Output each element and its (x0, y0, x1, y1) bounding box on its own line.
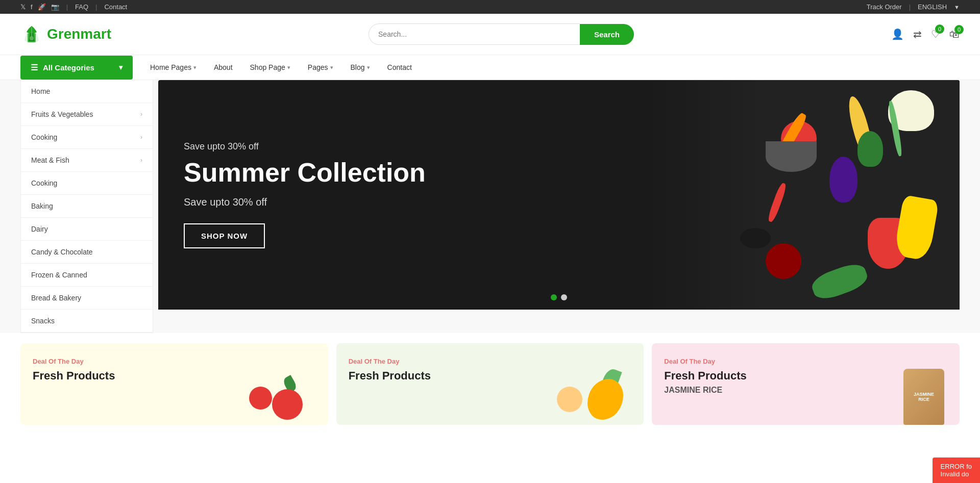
nav-about-label: About (214, 63, 233, 71)
cart-badge: 0 (954, 25, 964, 34)
nav-about[interactable]: About (207, 55, 240, 80)
nav-bar: ☰ All Categories ▾ Home Pages ▾ About Sh… (0, 55, 980, 80)
divider: | (66, 3, 68, 11)
sidebar-item-baking-label: Baking (31, 202, 53, 210)
sidebar-item-cooking1-arrow: › (140, 134, 142, 141)
nav-blog-label: Blog (351, 63, 365, 71)
language-chevron[interactable]: ▼ (954, 4, 960, 10)
sidebar-item-dairy-label: Dairy (31, 225, 48, 233)
deal-1-image (262, 364, 323, 425)
slider-dot-2[interactable] (561, 294, 567, 300)
logo-text-part2: mart (80, 26, 111, 42)
hero-cta-button[interactable]: SHOP NOW (184, 223, 265, 248)
nav-pages[interactable]: Pages ▾ (301, 55, 340, 80)
sidebar-item-frozen-label: Frozen & Canned (31, 271, 87, 279)
hero-content: Save upto 30% off Summer Collection Save… (158, 111, 451, 279)
header-icons: 👤 ⇄ ♡ 0 🛍 0 (891, 28, 960, 40)
rice-bag: JASMINERICE (903, 369, 944, 425)
sidebar-item-bread-label: Bread & Bakery (31, 294, 81, 302)
nav-pages-label: Pages (308, 63, 328, 71)
nav-shop-page-label: Shop Page (250, 63, 285, 71)
sidebar-item-candy[interactable]: Candy & Chocolate (21, 241, 153, 264)
logo-text-part1: Gren (47, 26, 80, 42)
sidebar-item-baking[interactable]: Baking (21, 195, 153, 218)
all-categories-button[interactable]: ☰ All Categories ▾ (20, 56, 133, 80)
social-icons: 𝕏 f 🚀 📷 (20, 3, 59, 11)
nav-contact-label: Contact (387, 63, 412, 71)
sidebar-item-dairy[interactable]: Dairy (21, 218, 153, 241)
rocket-icon[interactable]: 🚀 (38, 3, 46, 11)
hero-title: Summer Collection (184, 158, 426, 187)
nav-home-pages-label: Home Pages (150, 63, 191, 71)
instagram-icon[interactable]: 📷 (51, 3, 59, 11)
deal-card-2: Deal Of The Day Fresh Products (336, 343, 644, 425)
sidebar-item-cooking2[interactable]: Cooking (21, 172, 153, 195)
top-bar: 𝕏 f 🚀 📷 | FAQ | Contact Track Order | EN… (0, 0, 980, 14)
deals-section: Deal Of The Day Fresh Products Deal Of T… (0, 333, 980, 425)
logo[interactable]: Grenmart (20, 23, 111, 45)
search-button[interactable]: Search (580, 24, 634, 45)
sidebar-item-meat[interactable]: Meat & Fish › (21, 149, 153, 172)
nav-blog-chevron: ▾ (367, 64, 370, 71)
nav-contact[interactable]: Contact (380, 55, 419, 80)
sidebar-item-frozen[interactable]: Frozen & Canned (21, 264, 153, 287)
wishlist-icon-wrap[interactable]: ♡ 0 (931, 28, 940, 40)
sidebar-item-home-label: Home (31, 87, 50, 95)
sidebar-item-cooking2-label: Cooking (31, 179, 57, 187)
all-categories-label: All Categories (43, 63, 94, 72)
facebook-icon[interactable]: f (31, 3, 33, 11)
hamburger-icon: ☰ (31, 63, 38, 72)
logo-text: Grenmart (47, 26, 111, 42)
sidebar-item-candy-label: Candy & Chocolate (31, 248, 93, 256)
hero-section: Save upto 30% off Summer Collection Save… (158, 80, 960, 333)
sidebar-item-bread[interactable]: Bread & Bakery (21, 287, 153, 310)
wishlist-badge: 0 (935, 24, 944, 34)
hero-image (479, 80, 960, 310)
slider-dot-1[interactable] (551, 294, 557, 300)
nav-shop-page-chevron: ▾ (287, 64, 290, 71)
nav-pages-chevron: ▾ (330, 64, 333, 71)
compare-icon-wrap[interactable]: ⇄ (913, 28, 922, 40)
hero-subtitle: Save upto 30% off (184, 141, 426, 152)
nav-blog[interactable]: Blog ▾ (344, 55, 377, 80)
top-bar-right: Track Order | ENGLISH ▼ (867, 3, 960, 11)
header: Grenmart Search 👤 ⇄ ♡ 0 🛍 0 (0, 14, 980, 55)
hero-description: Save upto 30% off (184, 196, 426, 208)
slider-dots (551, 294, 567, 300)
deal-card-1: Deal Of The Day Fresh Products (20, 343, 328, 425)
cart-icon-wrap[interactable]: 🛍 0 (949, 29, 960, 40)
nav-home-pages[interactable]: Home Pages ▾ (143, 55, 204, 80)
sidebar-item-meat-arrow: › (140, 157, 142, 164)
search-bar: Search (369, 23, 634, 45)
track-order-link[interactable]: Track Order (867, 3, 902, 11)
sidebar-item-fruits-arrow: › (140, 111, 142, 118)
divider3: | (909, 3, 911, 11)
sidebar-item-fruits[interactable]: Fruits & Vegetables › (21, 103, 153, 126)
sidebar-item-snacks-label: Snacks (31, 317, 55, 325)
sidebar-item-home[interactable]: Home (21, 80, 153, 103)
deal-3-image: JASMINERICE (893, 364, 954, 425)
nav-home-pages-chevron: ▾ (193, 64, 197, 71)
faq-link[interactable]: FAQ (75, 3, 88, 11)
sidebar-item-meat-label: Meat & Fish (31, 156, 69, 164)
search-input[interactable] (369, 23, 580, 45)
main-content: Home Fruits & Vegetables › Cooking › Mea… (0, 80, 980, 333)
nav-shop-page[interactable]: Shop Page ▾ (243, 55, 298, 80)
sidebar-item-cooking1[interactable]: Cooking › (21, 126, 153, 149)
logo-icon (20, 23, 43, 45)
divider2: | (95, 3, 97, 11)
top-bar-left: 𝕏 f 🚀 📷 | FAQ | Contact (20, 3, 127, 11)
hero-banner: Save upto 30% off Summer Collection Save… (158, 80, 960, 310)
sidebar-item-cooking1-label: Cooking (31, 133, 57, 141)
sidebar-item-snacks[interactable]: Snacks (21, 310, 153, 333)
contact-link[interactable]: Contact (104, 3, 127, 11)
user-icon: 👤 (891, 29, 904, 40)
user-icon-wrap[interactable]: 👤 (891, 28, 904, 40)
compare-icon: ⇄ (913, 29, 922, 40)
categories-chevron: ▾ (119, 63, 122, 71)
language-selector[interactable]: ENGLISH (918, 3, 947, 11)
twitter-icon[interactable]: 𝕏 (20, 3, 26, 11)
main-nav: Home Pages ▾ About Shop Page ▾ Pages ▾ B… (133, 55, 429, 80)
sidebar: Home Fruits & Vegetables › Cooking › Mea… (20, 80, 153, 333)
deal-card-3: Deal Of The Day Fresh Products JASMINE R… (652, 343, 960, 425)
